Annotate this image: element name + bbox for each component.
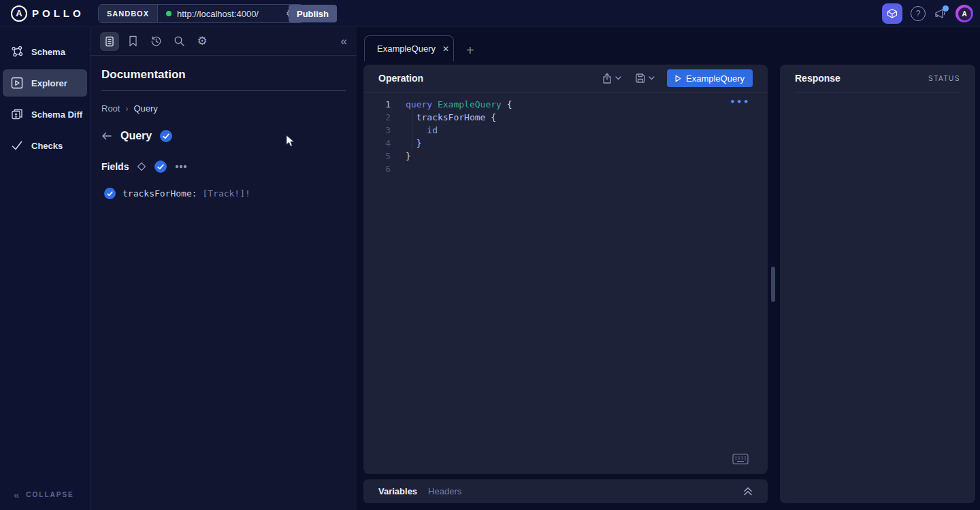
field-row-tracksforhome[interactable]: tracksForHome: [Track!]! (101, 188, 346, 199)
new-tab-button[interactable]: + (466, 44, 474, 57)
code-line[interactable]: 5 } (363, 150, 768, 163)
endpoint-chip[interactable]: SANDBOX http://localhost:4000/ ⚙ (98, 4, 304, 23)
field-type: [Track!]! (197, 188, 250, 199)
tab-headers[interactable]: Headers (428, 486, 461, 496)
share-operation-button[interactable] (602, 73, 621, 84)
code-line[interactable]: 6 (363, 163, 768, 175)
variables-headers-bar: Variables Headers (363, 479, 768, 503)
operation-header: Operation (363, 65, 768, 92)
close-tab-icon[interactable]: ✕ (442, 44, 449, 54)
code-line[interactable]: 2 tracksForHome { (363, 111, 768, 124)
token-whitespace (406, 112, 416, 122)
diamond-sort-icon[interactable] (137, 162, 146, 171)
docs-title: Documentation (101, 68, 346, 82)
bookmark-icon (128, 35, 138, 47)
double-chevron-left-icon: « (14, 489, 19, 500)
check-icon (11, 139, 23, 152)
code-text: id (391, 124, 438, 137)
help-button[interactable]: ? (911, 6, 926, 21)
code-text: tracksForHome { (391, 111, 496, 124)
save-icon (635, 73, 646, 84)
more-options-dots-icon[interactable] (175, 165, 187, 169)
code-line[interactable]: 3 id (363, 124, 768, 137)
search-tab-button[interactable] (169, 32, 189, 51)
apollo-logo-text: POLLO (32, 7, 84, 19)
editor-menu-dots-icon[interactable]: ••• (730, 97, 750, 107)
select-all-fields-check-icon[interactable] (154, 160, 167, 173)
topbar-right-icons: ? A (882, 0, 973, 27)
response-header: Response STATUS (780, 65, 975, 92)
notification-dot (943, 5, 949, 12)
token-field: tracksForHome (416, 112, 491, 122)
documentation-panel: ⚙ « Documentation Root › Query Query (91, 27, 357, 510)
keyboard-shortcuts-icon[interactable] (732, 454, 749, 464)
chevron-right-icon: › (125, 104, 128, 114)
code-line[interactable]: 1 query ExampleQuery { (363, 98, 768, 111)
history-tab-button[interactable] (146, 32, 165, 51)
avatar[interactable]: A (956, 5, 973, 22)
connection-status-dot (166, 11, 172, 16)
sandbox-mode-button[interactable] (882, 3, 902, 24)
run-operation-button[interactable]: ExampleQuery (667, 69, 753, 87)
breadcrumb: Root › Query (101, 103, 346, 114)
explorer-settings-button[interactable]: ⚙ (193, 32, 212, 51)
sidebar-item-schema-diff[interactable]: Schema Diff (3, 101, 87, 128)
apollo-logo[interactable]: A POLLO (11, 5, 84, 22)
panel-resize-handle[interactable] (771, 267, 775, 302)
field-name: tracksForHome: (122, 188, 197, 199)
breadcrumb-root[interactable]: Root (101, 103, 120, 114)
tab-examplequery[interactable]: ExampleQuery ✕ (364, 35, 454, 61)
save-operation-button[interactable] (635, 73, 655, 84)
sidebar-item-schema[interactable]: Schema (3, 38, 87, 65)
status-label: STATUS (928, 75, 960, 82)
bookmarks-tab-button[interactable] (123, 32, 142, 51)
tab-bar: ExampleQuery ✕ + (357, 27, 980, 61)
play-square-icon (11, 77, 23, 89)
announcements-button[interactable] (934, 7, 947, 20)
code-line[interactable]: 4 } (363, 137, 768, 150)
type-header: Query (101, 130, 346, 142)
expand-panel-double-chevron-icon[interactable] (743, 487, 753, 496)
token-punctuation: { (507, 99, 512, 109)
code-text (391, 163, 406, 175)
sidebar-item-explorer[interactable]: Explorer (3, 69, 87, 97)
token-operation-name: ExampleQuery (438, 99, 507, 109)
apollo-sandbox-app: A POLLO SANDBOX http://localhost:4000/ ⚙… (0, 0, 980, 510)
divider (101, 90, 346, 91)
type-selected-check-icon[interactable] (160, 130, 172, 142)
collapse-sidebar-button[interactable]: « COLLAPSE (0, 489, 91, 500)
code-text: } (391, 150, 411, 163)
sidebar-item-checks[interactable]: Checks (3, 132, 87, 159)
chevron-down-icon (615, 76, 621, 80)
search-icon (174, 35, 185, 47)
token-whitespace (406, 125, 427, 135)
field-selected-check-icon[interactable] (104, 188, 116, 199)
token-punctuation: } (416, 138, 422, 148)
sidebar-item-label: Explorer (31, 78, 67, 88)
line-number: 2 (363, 111, 391, 124)
docs-body: Documentation Root › Query Query Fie (91, 56, 357, 199)
response-panel: Response STATUS (780, 65, 975, 503)
operation-editor[interactable]: ••• 1 query ExampleQuery { 2 tracksForHo… (363, 92, 768, 175)
type-name: Query (120, 130, 152, 142)
sandbox-badge: SANDBOX (99, 5, 158, 22)
line-number: 5 (363, 150, 391, 163)
publish-button[interactable]: Publish (289, 5, 337, 22)
code-text: } (391, 137, 421, 150)
line-number: 4 (363, 137, 391, 150)
operation-panel: Operation (363, 65, 768, 474)
documentation-tab-button[interactable] (100, 32, 119, 51)
line-number: 6 (363, 163, 391, 175)
sidebar-item-label: Checks (31, 141, 63, 151)
document-icon (104, 36, 115, 47)
graph-icon (11, 46, 23, 58)
token-punctuation: } (406, 151, 411, 161)
left-nav-rail: Schema Explorer Schema Diff (0, 27, 91, 510)
history-clock-icon (150, 35, 162, 47)
tab-variables[interactable]: Variables (378, 486, 417, 496)
fields-label: Fields (101, 161, 129, 172)
endpoint-url-input[interactable]: http://localhost:4000/ (177, 9, 279, 19)
collapse-docs-panel-button[interactable]: « (341, 35, 347, 48)
question-mark-icon: ? (916, 9, 921, 18)
back-arrow-icon[interactable] (101, 131, 112, 141)
